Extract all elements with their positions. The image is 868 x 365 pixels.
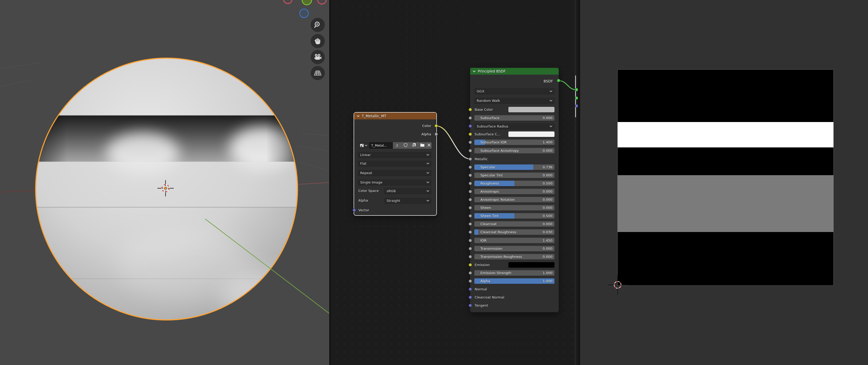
dropdown-random-walk[interactable]: Random Walk (474, 98, 555, 103)
slider-value: 0.000 (543, 115, 552, 121)
dropdown-color-space[interactable]: sRGB (384, 188, 431, 194)
socket-output-bsdf[interactable] (557, 79, 560, 82)
input-label-vector: Vector (358, 207, 369, 213)
dropdown-flat[interactable]: Flat (358, 161, 431, 166)
dropdown-single-image[interactable]: Single Image (358, 179, 431, 185)
open-folder-button[interactable] (418, 142, 426, 149)
shader-node-editor-area[interactable]: T_Metallic_MTColorAlphaT_Metal...2Linear… (331, 0, 578, 365)
bsdf-node-header[interactable]: Principled BSDF (470, 68, 559, 75)
socket-input-subsurface-anisotropy[interactable] (469, 149, 472, 153)
material-output-socket-2[interactable] (575, 104, 578, 108)
slider-roughness[interactable]: Roughness0.500 (474, 181, 555, 186)
image-name-field[interactable]: T_Metal... (369, 142, 393, 149)
dropdown-repeat[interactable]: Repeat (358, 170, 431, 176)
image-users-count-button[interactable]: 2 (393, 142, 401, 149)
output-label-bsdf: BSDF (522, 78, 553, 84)
slider-ior[interactable]: IOR1.450 (474, 238, 555, 243)
pan-button[interactable] (311, 34, 325, 48)
dropdown-alpha[interactable]: Straight (384, 198, 431, 203)
camera-icon (313, 53, 322, 61)
fake-user-shield-button[interactable] (401, 142, 410, 149)
socket-input-clearcoat-normal[interactable] (469, 296, 472, 299)
slider-subsurface-anisotropy[interactable]: Subsurface Anisotropy0.000 (474, 148, 555, 154)
preview-sphere-object[interactable] (36, 58, 306, 323)
slider-clearcoat[interactable]: Clearcoat0.000 (474, 221, 555, 227)
material-output-socket-1[interactable] (575, 96, 578, 100)
socket-input-anisotropic-rotation[interactable] (469, 198, 472, 201)
socket-input-sheen[interactable] (469, 206, 472, 209)
color-swatch-emission[interactable] (508, 262, 555, 268)
dropdown-linear[interactable]: Linear (358, 152, 431, 158)
chevron-down-icon (550, 90, 552, 92)
socket-input-specular-tint[interactable] (469, 174, 472, 177)
slider-transmission-roughness[interactable]: Transmission Roughness0.000 (474, 254, 555, 260)
slider-transmission[interactable]: Transmission0.000 (474, 246, 555, 252)
socket-output-alpha[interactable] (435, 132, 438, 136)
slider-emission-strength[interactable]: Emission Strength1.000 (474, 270, 555, 276)
image-browse-button[interactable] (359, 142, 368, 149)
zoom-button[interactable] (311, 18, 325, 32)
socket-input-vector[interactable] (352, 208, 356, 212)
socket-input-sheen-tint[interactable] (469, 214, 472, 218)
socket-input-subsurface-c[interactable] (469, 132, 472, 136)
material-output-socket-0[interactable] (575, 88, 578, 91)
axis-x-line-left (0, 190, 35, 192)
socket-input-anisotropic[interactable] (469, 190, 472, 193)
viewport-3d-area[interactable] (0, 0, 329, 365)
slider-specular[interactable]: Specular0.736 (474, 164, 555, 170)
slider-subsurface[interactable]: Subsurface0.000 (474, 115, 555, 121)
area-splitter-2[interactable] (578, 0, 580, 365)
duplicate-button[interactable] (410, 142, 418, 149)
socket-input-specular[interactable] (469, 165, 472, 169)
slider-anisotropic-rotation[interactable]: Anisotropic Rotation0.000 (474, 197, 555, 202)
socket-input-subsurface-ior[interactable] (469, 141, 472, 144)
socket-input-subsurface[interactable] (469, 116, 472, 120)
texture-stripe-0 (618, 70, 833, 122)
unlink-x-button[interactable] (426, 142, 432, 149)
socket-input-roughness[interactable] (469, 182, 472, 185)
slider-value: 0.000 (543, 254, 552, 260)
socket-input-emission[interactable] (469, 263, 472, 267)
color-swatch-subsurface-c[interactable] (508, 131, 555, 137)
slider-subsurface-ior[interactable]: Subsurface IOR1.400 (474, 139, 555, 145)
socket-input-alpha[interactable] (469, 279, 472, 283)
slider-clearcoat-roughness[interactable]: Clearcoat Roughness0.030 (474, 229, 555, 235)
gizmo-axis-z-neg[interactable] (299, 9, 309, 18)
socket-output-color[interactable] (435, 124, 438, 128)
slider-alpha[interactable]: Alpha1.000 (474, 278, 555, 284)
slider-value: 0.500 (543, 181, 552, 186)
slider-value: 0.500 (543, 213, 552, 219)
socket-input-ior[interactable] (469, 239, 472, 242)
socket-input-transmission-roughness[interactable] (469, 255, 472, 259)
dropdown-ggx[interactable]: GGX (474, 88, 555, 94)
socket-input-base-color[interactable] (469, 108, 472, 111)
texture-stripe-2 (618, 147, 833, 175)
socket-input-clearcoat[interactable] (469, 222, 472, 226)
slider-anisotropic[interactable]: Anisotropic0.000 (474, 189, 555, 194)
texture-stripe-1 (618, 122, 833, 147)
socket-input-metallic[interactable] (469, 157, 472, 161)
camera-view-button[interactable] (311, 50, 325, 64)
chevron-down-icon (426, 154, 429, 156)
color-label-emission: Emission (474, 262, 490, 268)
chevron-down-icon (365, 144, 368, 146)
chevron-down-icon (426, 190, 429, 192)
dropdown-subsurface-radius[interactable]: Subsurface Radius (474, 123, 555, 129)
socket-input-clearcoat-roughness[interactable] (469, 230, 472, 234)
toggle-grid-button[interactable] (311, 66, 325, 80)
slider-sheen-tint[interactable]: Sheen Tint0.500 (474, 213, 555, 219)
image-editor-area[interactable] (580, 0, 868, 365)
color-swatch-base-color[interactable] (508, 107, 555, 112)
socket-input-emission-strength[interactable] (469, 271, 472, 275)
socket-input-transmission[interactable] (469, 247, 472, 250)
socket-input-normal[interactable] (469, 288, 472, 291)
slider-value: 1.000 (543, 278, 552, 284)
slider-sheen[interactable]: Sheen0.000 (474, 205, 555, 210)
image-texture-node[interactable]: T_Metallic_MTColorAlphaT_Metal...2Linear… (354, 112, 436, 215)
socket-input-subsurface-radius[interactable] (469, 124, 472, 128)
principled-bsdf-node[interactable]: Principled BSDFBSDFGGXRandom WalkBase Co… (470, 68, 559, 312)
slider-specular-tint[interactable]: Specular Tint0.000 (474, 172, 555, 178)
texture-node-header[interactable]: T_Metallic_MT (354, 112, 436, 120)
output-label-color: Color (400, 123, 431, 129)
socket-input-tangent[interactable] (469, 304, 472, 307)
